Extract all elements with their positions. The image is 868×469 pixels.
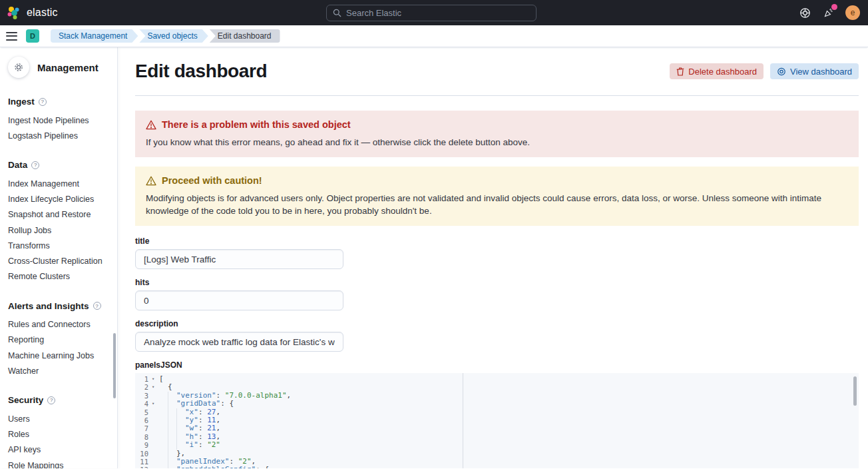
fold-toggle-icon [148,458,158,466]
breadcrumb-bar: D Stack ManagementSaved objectsEdit dash… [0,25,868,47]
code-text: { [158,383,172,391]
fold-toggle-icon [148,408,158,416]
sidebar-section-title: Security [8,395,43,405]
help-button[interactable] [797,5,812,20]
sidebar-section: Data?Index ManagementIndex Lifecycle Pol… [8,160,109,284]
callout-body: If you know what this error means, go ah… [146,136,848,149]
callout-warning: Proceed with caution!Modifying objects i… [135,167,859,226]
callouts: There is a problem with this saved objec… [135,111,859,226]
search-icon [333,9,341,17]
user-avatar[interactable]: e [845,5,860,20]
sidebar-item[interactable]: Snapshot and Restore [8,207,109,223]
json-editor[interactable]: 1▾[2▾{3"version": "7.0.0-alpha1",4▾"grid… [135,373,859,468]
title-input[interactable] [135,249,343,269]
section-help-icon[interactable]: ? [93,302,101,310]
editor-line: 7"w": 21, [135,424,859,432]
sidebar-item[interactable]: Transforms [8,238,109,253]
form-field: hits [135,278,859,310]
breadcrumb-item: Edit dashboard [210,29,280,43]
sidebar-item[interactable]: Remote Clusters [8,269,109,284]
sidebar-item[interactable]: Ingest Node Pipelines [8,113,109,128]
fold-toggle-icon[interactable]: ▾ [148,466,158,468]
editor-line: 1▾[ [135,375,859,383]
warning-icon [146,120,156,130]
editor-scrollbar[interactable] [853,376,857,406]
sidebar-section-heading: Alerts and Insights? [8,301,109,311]
sidebar-item[interactable]: Rollup Jobs [8,223,109,238]
notification-dot [831,4,837,10]
delete-dashboard-button[interactable]: Delete dashboard [670,63,763,79]
sidebar-section-title: Ingest [8,97,35,107]
sidebar-item[interactable]: Index Lifecycle Policies [8,192,109,207]
breadcrumb-item[interactable]: Saved objects [139,29,208,43]
line-number: 1 [135,375,148,383]
newsfeed-button[interactable] [821,5,836,20]
space-avatar[interactable]: D [26,29,39,43]
fold-toggle-icon[interactable]: ▾ [148,375,158,383]
sidebar-item[interactable]: Role Mappings [8,458,109,468]
sidebar-section: Security?UsersRolesAPI keysRole Mappings [8,395,109,468]
section-help-icon[interactable]: ? [47,396,55,404]
sidebar-section-title: Alerts and Insights [8,301,89,311]
fold-toggle-icon [148,392,158,400]
line-number: 9 [135,441,148,449]
sidebar-item[interactable]: Index Management [8,176,109,191]
editor-line: 9"i": "2" [135,441,859,449]
sidebar-item[interactable]: Logstash Pipelines [8,128,109,143]
callout-body: Modifying objects is for advanced users … [146,192,848,217]
panels-json-section: panelsJSON 1▾[2▾{3"version": "7.0.0-alph… [135,360,859,468]
sidebar-item[interactable]: Machine Learning Jobs [8,348,109,363]
sidebar-item[interactable]: Cross-Cluster Replication [8,253,109,268]
global-search[interactable] [326,5,537,21]
callout-title-text: Proceed with caution! [162,175,262,186]
sidebar-section-heading: Ingest? [8,97,109,107]
editor-line: 5"x": 27, [135,408,859,416]
eye-icon [777,67,786,76]
sidebar-item[interactable]: Rules and Connectors [8,317,109,332]
callout-title: There is a problem with this saved objec… [146,119,848,130]
sidebar-section-heading: Security? [8,395,109,405]
trash-icon [676,67,684,76]
divider [135,95,859,96]
line-number: 8 [135,433,148,441]
editor-line: 6"y": 11, [135,416,859,424]
fold-toggle-icon [148,450,158,458]
sidebar-item[interactable]: API keys [8,442,109,458]
sidebar-header: Management [8,57,109,78]
editor-line: 3"version": "7.0.0-alpha1", [135,392,859,400]
view-dashboard-button[interactable]: View dashboard [770,63,859,79]
menu-button[interactable] [6,32,17,41]
fold-toggle-icon [148,433,158,441]
breadcrumb-item[interactable]: Stack Management [51,29,138,43]
fold-toggle-icon [148,424,158,432]
line-number: 12 [135,466,148,468]
sidebar-item[interactable]: Watcher [8,363,109,378]
sidebar-item[interactable]: Roles [8,427,109,442]
fold-toggle-icon[interactable]: ▾ [148,383,158,391]
line-number: 10 [135,450,148,458]
fold-toggle-icon[interactable]: ▾ [148,400,158,408]
sidebar-item[interactable]: Users [8,411,109,426]
sidebar-scrollbar[interactable] [113,333,116,398]
callout-danger: There is a problem with this saved objec… [135,111,859,157]
sidebar-nav: Ingest?Ingest Node PipelinesLogstash Pip… [8,97,109,468]
code-text: [ [158,375,164,383]
form-field: title [135,236,859,269]
json-editor-lines: 1▾[2▾{3"version": "7.0.0-alpha1",4▾"grid… [135,375,859,468]
gear-icon [8,57,29,78]
hits-input[interactable] [135,290,343,310]
description-input[interactable] [135,332,343,352]
section-help-icon[interactable]: ? [39,98,47,106]
sidebar-section: Ingest?Ingest Node PipelinesLogstash Pip… [8,97,109,143]
search-input[interactable] [346,8,530,18]
editor-line: 4▾"gridData": { [135,400,859,408]
sidebar-section-title: Data [8,160,27,170]
section-help-icon[interactable]: ? [31,161,39,169]
sidebar-section: Alerts and Insights?Rules and Connectors… [8,301,109,379]
code-text: "embeddableConfig": { [158,466,269,468]
breadcrumb: Stack ManagementSaved objectsEdit dashbo… [49,29,280,43]
elastic-logo-icon [7,6,21,20]
sidebar-item[interactable]: Reporting [8,332,109,348]
form-field: description [135,319,859,352]
line-number: 5 [135,408,148,416]
